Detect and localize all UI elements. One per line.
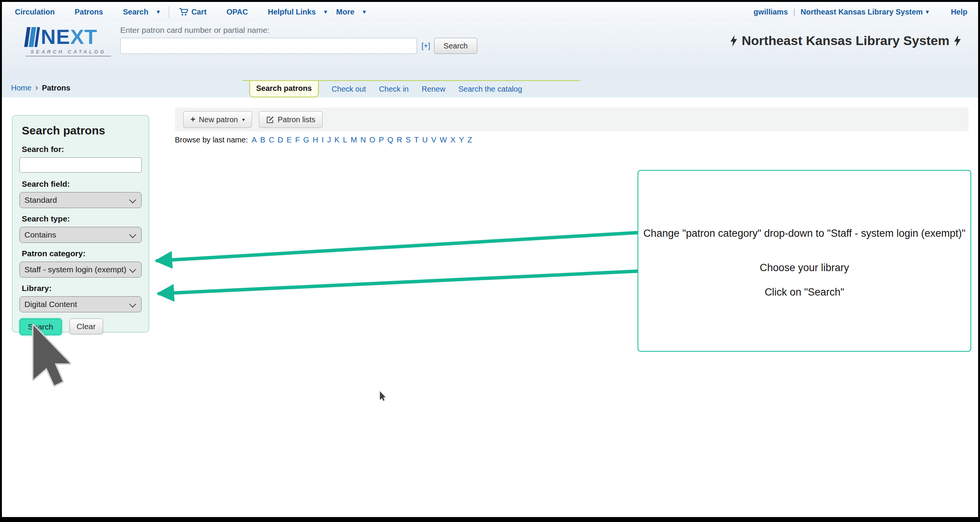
search-field-value: Standard — [24, 196, 57, 205]
library-caret-icon: ▾ — [926, 8, 929, 15]
browse-label: Browse by last name: — [175, 136, 248, 144]
patron-search-label: Enter patron card number or partial name… — [120, 26, 477, 35]
browse-letter-U[interactable]: U — [422, 136, 428, 144]
tab-search-catalog[interactable]: Search the catalog — [459, 81, 522, 94]
search-type-label: Search type: — [22, 214, 142, 223]
browse-letter-T[interactable]: T — [414, 136, 419, 144]
annotation-box: Change "patron category" drop-down to "S… — [638, 170, 971, 352]
next-catalog-logo[interactable]: NEXT SEARCH CATALOG — [26, 26, 111, 57]
browse-letter-V[interactable]: V — [431, 136, 436, 144]
search-dropdown-caret-icon[interactable]: ▾ — [157, 8, 160, 15]
site-title: Northeast Kansas Library System — [730, 33, 962, 48]
new-patron-caret-icon: ▾ — [242, 116, 245, 123]
library-value: Digital Content — [24, 300, 77, 309]
browse-letter-A[interactable]: A — [252, 136, 257, 144]
more-caret-icon: ▾ — [363, 8, 366, 15]
browse-letter-Z[interactable]: Z — [467, 136, 472, 144]
browse-letter-K[interactable]: K — [334, 136, 339, 144]
nav-library-menu[interactable]: Northeast Kansas Library System ▾ — [801, 8, 929, 16]
browse-letter-Y[interactable]: Y — [459, 136, 464, 144]
chevron-down-icon — [129, 266, 136, 273]
site-title-text: Northeast Kansas Library System — [742, 33, 949, 48]
sidebar-search-button[interactable]: Search — [19, 318, 62, 335]
search-type-value: Contains — [24, 230, 56, 239]
browse-letter-O[interactable]: O — [370, 136, 376, 144]
cart-label: Cart — [191, 8, 207, 16]
patron-lists-button[interactable]: Patron lists — [259, 111, 323, 128]
browse-letter-H[interactable]: H — [313, 136, 318, 144]
nav-helpful-links[interactable]: Helpful Links — [268, 8, 316, 16]
browse-letter-N[interactable]: N — [360, 136, 366, 144]
search-for-input[interactable] — [19, 157, 142, 173]
nav-opac[interactable]: OPAC — [226, 8, 248, 16]
patron-category-label: Patron category: — [22, 249, 142, 258]
browse-letter-B[interactable]: B — [260, 136, 265, 144]
browse-letter-F[interactable]: F — [295, 136, 300, 144]
browse-letter-L[interactable]: L — [343, 136, 347, 144]
browse-letter-R[interactable]: R — [397, 136, 402, 144]
breadcrumb-current: Patrons — [42, 84, 70, 92]
patron-category-value: Staff - system login (exempt) — [24, 265, 126, 274]
annotation-line-1: Change "patron category" drop-down to "S… — [641, 227, 967, 240]
app-window: Circulation Patrons Search ▾ Cart OPAC H… — [0, 0, 980, 522]
new-patron-label: New patron — [199, 115, 238, 124]
browse-letter-W[interactable]: W — [440, 136, 447, 144]
browse-letter-X[interactable]: X — [450, 136, 455, 144]
chevron-down-icon — [129, 301, 136, 307]
patron-lists-label: Patron lists — [278, 115, 315, 124]
logo-mark: NEXT — [26, 26, 111, 47]
chevron-down-icon — [129, 231, 136, 238]
nav-right-group: gwilliams | Northeast Kansas Library Sys… — [754, 8, 967, 16]
patron-search-input[interactable] — [120, 38, 417, 54]
nav-left-group: Circulation Patrons Search ▾ Cart OPAC H… — [15, 6, 375, 18]
lightning-bolt-icon — [730, 35, 738, 47]
nav-separator: | — [793, 8, 795, 16]
browse-letter-Q[interactable]: Q — [387, 136, 393, 144]
search-type-select[interactable]: Contains — [19, 227, 142, 243]
nav-patrons[interactable]: Patrons — [74, 8, 103, 16]
plus-icon: + — [191, 115, 195, 124]
sidebar-clear-button[interactable]: Clear — [69, 318, 103, 335]
browse-letter-I[interactable]: I — [321, 136, 324, 144]
tab-renew[interactable]: Renew — [421, 81, 445, 94]
logo-subtitle: SEARCH CATALOG — [26, 49, 111, 57]
tab-search-patrons[interactable]: Search patrons — [249, 81, 319, 97]
browse-letter-S[interactable]: S — [405, 136, 410, 144]
cart-icon — [179, 8, 188, 16]
browse-letter-C[interactable]: C — [269, 136, 274, 144]
patron-quick-search: Enter patron card number or partial name… — [120, 26, 477, 54]
breadcrumb-separator-icon: › — [35, 83, 38, 93]
browse-letter-J[interactable]: J — [327, 136, 331, 144]
browse-by-last-name: Browse by last name: ABCDEFGHIJKLMNOPQRS… — [175, 136, 472, 144]
header: NEXT SEARCH CATALOG Enter patron card nu… — [2, 22, 978, 78]
new-patron-button[interactable]: + New patron ▾ — [183, 111, 252, 128]
tab-check-in[interactable]: Check in — [379, 81, 409, 94]
search-field-label: Search field: — [22, 179, 142, 189]
breadcrumb-home[interactable]: Home — [11, 84, 31, 92]
browse-letter-D[interactable]: D — [278, 136, 283, 144]
browse-letter-P[interactable]: P — [379, 136, 384, 144]
expand-search-link[interactable]: [+] — [421, 42, 430, 50]
library-select[interactable]: Digital Content — [19, 296, 142, 312]
nav-cart[interactable]: Cart — [179, 8, 207, 16]
search-for-label: Search for: — [22, 145, 142, 154]
top-navigation: Circulation Patrons Search ▾ Cart OPAC H… — [2, 2, 978, 22]
patrons-toolbar: + New patron ▾ Patron lists — [175, 108, 969, 131]
browse-letter-E[interactable]: E — [287, 136, 292, 144]
nav-circulation[interactable]: Circulation — [15, 8, 55, 16]
browse-letter-M[interactable]: M — [350, 136, 357, 144]
nav-search[interactable]: Search — [123, 8, 149, 16]
search-field-select[interactable]: Standard — [19, 192, 142, 208]
nav-more[interactable]: More — [336, 8, 355, 16]
search-tabs: Search patrons Check out Check in Renew … — [242, 80, 581, 97]
nav-help[interactable]: Help — [951, 8, 967, 16]
header-search-button[interactable]: Search — [434, 38, 477, 54]
tab-check-out[interactable]: Check out — [332, 81, 366, 94]
patron-category-select[interactable]: Staff - system login (exempt) — [19, 262, 142, 278]
search-patrons-panel: Search patrons Search for: Search field:… — [12, 115, 149, 333]
nav-library-label: Northeast Kansas Library System — [801, 8, 923, 16]
panel-title: Search patrons — [22, 124, 142, 137]
helpful-links-caret-icon: ▾ — [324, 8, 327, 15]
browse-letter-G[interactable]: G — [303, 136, 309, 144]
nav-username[interactable]: gwilliams — [754, 8, 788, 16]
